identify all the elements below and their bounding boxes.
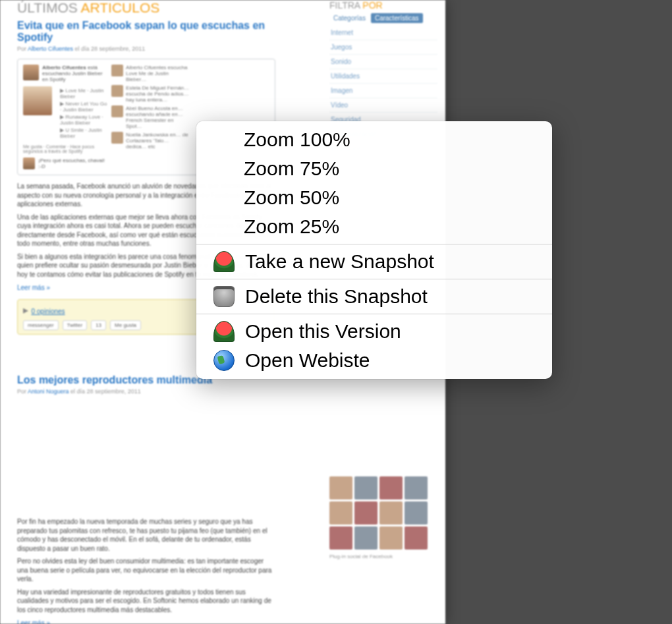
article-meta: Por Antoni Noguera el día 28 septiembre,… — [17, 388, 275, 395]
fb-plugin-footer: Plug-in social de Facebook — [329, 553, 437, 559]
tab-categories[interactable]: Categorías — [329, 13, 370, 23]
facebook-fan-grid — [329, 476, 432, 550]
watermelon-icon — [213, 321, 235, 342]
cat-item[interactable]: Imagen — [329, 84, 437, 98]
menu-delete-snapshot[interactable]: Delete this Snapshot — [196, 282, 552, 311]
menu-separator — [196, 314, 552, 314]
menu-open-website[interactable]: Open Webiste — [196, 346, 552, 375]
share-count: 13 — [91, 320, 106, 330]
menu-separator — [196, 279, 552, 279]
section-header: Últimos articulos — [17, 0, 290, 16]
song-list: ▶ Love Me · Justin Bieber ▶ Never Let Yo… — [60, 86, 109, 140]
avatar — [23, 65, 39, 80]
section-prefix: Últimos — [17, 0, 78, 15]
trash-icon — [213, 286, 235, 307]
cat-item[interactable]: Utilidades — [329, 69, 437, 84]
commenter-avatar — [23, 157, 35, 169]
share-messenger[interactable]: messenger — [23, 320, 59, 330]
tab-characteristics[interactable]: Características — [371, 13, 423, 23]
card-activity-feed: Alberto Cifuentes escucha Love Me de Jus… — [111, 65, 190, 169]
read-more-link[interactable]: Leer más » — [17, 619, 275, 624]
menu-zoom-100[interactable]: Zoom 100% — [196, 125, 552, 154]
article-meta: Por Alberto Cifuentes el día 28 septiemb… — [17, 45, 275, 52]
cat-item[interactable]: Vídeo — [329, 98, 437, 113]
menu-take-snapshot[interactable]: Take a new Snapshot — [196, 247, 552, 276]
share-twitter[interactable]: Twitter — [63, 320, 88, 330]
context-menu: Zoom 100% Zoom 75% Zoom 50% Zoom 25% Tak… — [196, 121, 552, 379]
section-highlight: articulos — [80, 0, 159, 15]
cat-item[interactable]: Juegos — [329, 40, 437, 55]
menu-zoom-50[interactable]: Zoom 50% — [196, 183, 552, 212]
menu-separator — [196, 244, 552, 244]
cat-item[interactable]: Internet — [329, 26, 437, 40]
menu-zoom-75[interactable]: Zoom 75% — [196, 154, 552, 183]
share-like[interactable]: Me gusta — [110, 320, 141, 330]
watermelon-icon — [213, 251, 235, 272]
album-art — [23, 86, 52, 115]
menu-zoom-25[interactable]: Zoom 25% — [196, 212, 552, 241]
globe-icon — [213, 350, 235, 371]
cat-item[interactable]: Sonido — [329, 55, 437, 69]
filter-tabs: Categorías Características — [329, 13, 437, 23]
article-2: Los mejores reproductores multimedia Por… — [17, 374, 275, 624]
menu-open-version[interactable]: Open this Version — [196, 317, 552, 346]
article-title[interactable]: Evita que en Facebook sepan lo que escuc… — [17, 20, 275, 43]
